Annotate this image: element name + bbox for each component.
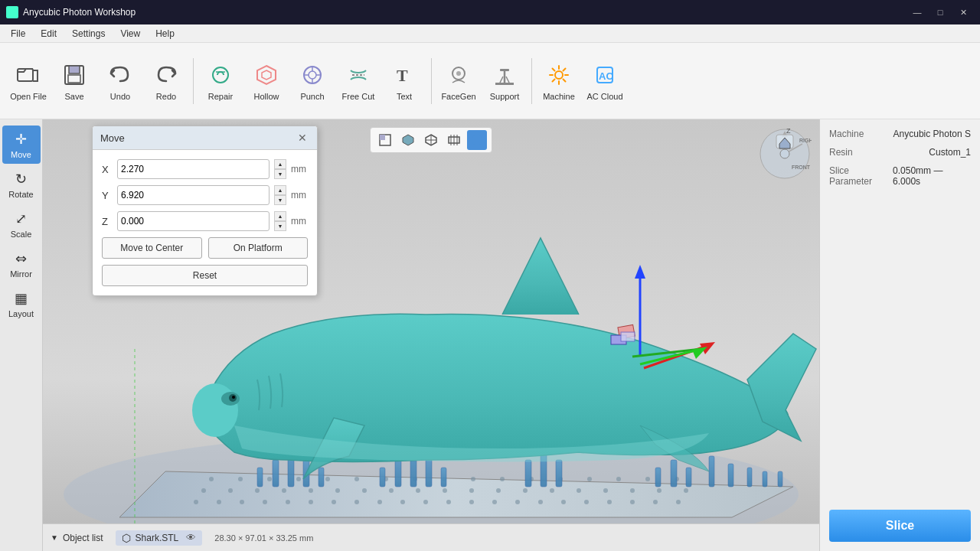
resin-label: Resin	[829, 147, 853, 158]
svg-point-71	[469, 488, 474, 493]
svg-point-82	[267, 477, 272, 481]
reset-button[interactable]: Reset	[102, 265, 308, 286]
machine-button[interactable]: Machine	[537, 51, 581, 112]
menu-file[interactable]: File	[3, 27, 33, 41]
move-panel-header: Move ✕	[93, 126, 317, 150]
sidebar-move-button[interactable]: ✛ Move	[2, 126, 41, 164]
open-file-button[interactable]: Open File	[6, 51, 51, 112]
chevron-down-icon: ▼	[51, 533, 58, 542]
y-down-button[interactable]: ▼	[274, 195, 286, 205]
redo-button[interactable]: Redo	[144, 51, 188, 112]
sidebar-mirror-button[interactable]: ⇔ Mirror	[2, 245, 41, 283]
svg-rect-112	[686, 468, 691, 487]
svg-point-89	[471, 477, 475, 481]
z-down-button[interactable]: ▼	[274, 221, 286, 231]
object-list-item[interactable]: ⬡ Shark.STL 👁	[116, 530, 203, 546]
hollow-button[interactable]: Hollow	[244, 51, 289, 112]
move-panel: Move ✕ X ▲ ▼ mm Y	[92, 126, 318, 296]
sidebar-rotate-button[interactable]: ↻ Rotate	[2, 165, 41, 204]
sidebar-move-label: Move	[11, 150, 31, 159]
menu-edit[interactable]: Edit	[33, 27, 64, 41]
ac-cloud-button[interactable]: AC AC Cloud	[583, 51, 627, 112]
y-input[interactable]	[121, 190, 182, 201]
svg-rect-113	[709, 456, 714, 487]
close-button[interactable]: ✕	[952, 5, 974, 20]
svg-rect-100	[257, 468, 263, 487]
resin-value: Custom_1	[929, 147, 971, 158]
facegen-icon	[445, 61, 472, 89]
rotate-icon: ↻	[15, 171, 27, 187]
undo-button[interactable]: Undo	[98, 51, 142, 112]
svg-point-78	[657, 488, 662, 493]
ac-cloud-label: AC Cloud	[586, 92, 622, 101]
menu-settings[interactable]: Settings	[64, 27, 113, 41]
svg-rect-111	[655, 468, 661, 487]
sidebar-scale-label: Scale	[11, 230, 32, 239]
hollow-icon	[253, 61, 280, 89]
x-input[interactable]	[121, 164, 182, 174]
machine-label: Machine	[543, 92, 575, 101]
y-unit: mm	[291, 190, 308, 201]
save-button[interactable]: Save	[52, 51, 96, 112]
sidebar-scale-button[interactable]: ⤢ Scale	[2, 205, 41, 243]
x-spinners: ▲ ▼	[274, 159, 286, 179]
slice-param-value: 0.050mm — 6.000s	[893, 165, 971, 187]
redo-icon	[152, 61, 180, 89]
facegen-button[interactable]: FaceGen	[436, 51, 481, 112]
menu-help[interactable]: Help	[148, 27, 182, 41]
layout-icon: ▦	[15, 290, 28, 307]
svg-rect-2	[69, 66, 80, 73]
svg-rect-101	[318, 468, 324, 487]
move-to-center-button[interactable]: Move to Center	[102, 237, 202, 259]
object-list-toggle[interactable]: ▼ Object list	[51, 533, 103, 543]
svg-point-65	[309, 488, 313, 493]
menu-view[interactable]: View	[113, 27, 148, 41]
open-file-icon	[15, 61, 42, 89]
machine-value: Anycubic Photon S	[893, 129, 971, 139]
support-button[interactable]: Support	[482, 51, 527, 112]
minimize-button[interactable]: —	[906, 5, 928, 20]
scale-icon: ⤢	[15, 210, 27, 227]
support-label: Support	[490, 92, 520, 101]
svg-point-46	[354, 500, 359, 504]
bottom-bar: ▼ Object list ⬡ Shark.STL 👁 28.30 × 97.0…	[43, 523, 819, 551]
facegen-label: FaceGen	[441, 92, 475, 101]
z-input-wrapper	[117, 211, 270, 231]
svg-point-41	[240, 500, 244, 504]
sidebar-layout-button[interactable]: ▦ Layout	[2, 285, 41, 323]
y-up-button[interactable]: ▲	[274, 185, 286, 195]
right-panel: Machine Anycubic Photon S Resin Custom_1…	[819, 119, 980, 551]
visibility-toggle-icon[interactable]: 👁	[186, 532, 196, 543]
3d-viewport[interactable]: Move ✕ X ▲ ▼ mm Y	[43, 119, 819, 551]
resin-info-row: Resin Custom_1	[829, 147, 971, 158]
object-name: Shark.STL	[136, 533, 179, 543]
svg-rect-105	[380, 468, 385, 487]
move-panel-close[interactable]: ✕	[296, 131, 309, 145]
svg-point-47	[377, 500, 382, 504]
z-input[interactable]	[121, 216, 182, 227]
x-unit: mm	[291, 164, 308, 174]
repair-button[interactable]: Repair	[198, 51, 243, 112]
svg-point-61	[201, 488, 206, 493]
punch-icon	[299, 61, 326, 89]
free-cut-label: Free Cut	[342, 92, 375, 101]
punch-button[interactable]: Punch	[290, 51, 335, 112]
z-up-button[interactable]: ▲	[274, 211, 286, 221]
z-label: Z	[102, 216, 113, 227]
svg-point-95	[645, 477, 650, 481]
x-down-button[interactable]: ▼	[274, 169, 286, 179]
app-icon	[6, 6, 18, 18]
x-up-button[interactable]: ▲	[274, 159, 286, 169]
maximize-button[interactable]: □	[929, 5, 951, 20]
free-cut-button[interactable]: Free Cut	[336, 51, 381, 112]
z-spinners: ▲ ▼	[274, 211, 286, 231]
svg-point-70	[443, 488, 447, 493]
svg-point-58	[630, 500, 635, 504]
text-button[interactable]: T Text	[382, 51, 426, 112]
svg-rect-98	[273, 460, 279, 487]
svg-point-56	[584, 500, 589, 504]
slice-button[interactable]: Slice	[829, 510, 971, 542]
on-platform-button[interactable]: On Platform	[208, 237, 309, 259]
y-label: Y	[102, 190, 113, 201]
free-cut-icon	[345, 61, 372, 89]
